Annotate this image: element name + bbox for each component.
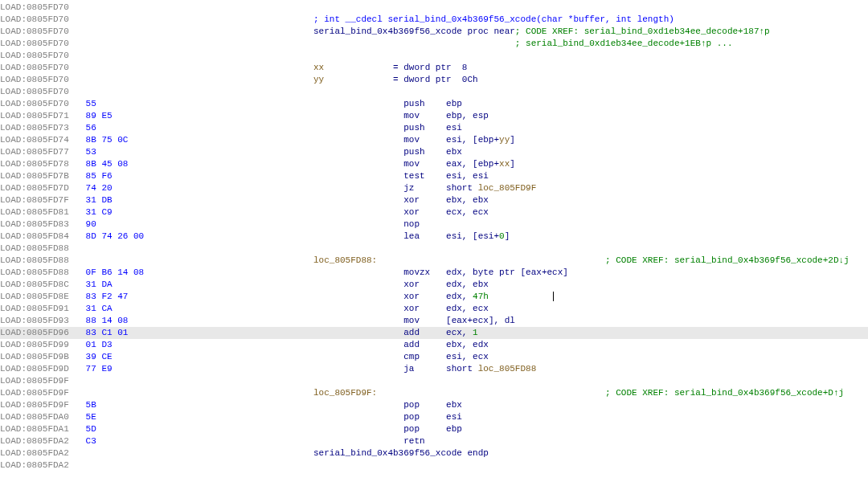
bracket: [ [446, 316, 452, 325]
disassembly-line[interactable]: LOAD:0805FD88 [0, 243, 868, 255]
disassembly-line[interactable]: LOAD:0805FD78 8B 45 08 mov eax, [ebp+xx] [0, 158, 868, 170]
hex-bytes: 89 E5 [80, 110, 313, 122]
disassembly-line[interactable]: LOAD:0805FDA2 C3 retn [0, 435, 868, 447]
disassembly-line[interactable]: LOAD:0805FD81 31 C9 xor ecx, ecx [0, 206, 868, 218]
disassembly-line[interactable]: LOAD:0805FD71 89 E5 mov ebp, esp [0, 110, 868, 122]
disassembly-line[interactable]: LOAD:0805FD91 31 CA xor edx, ecx [0, 303, 868, 315]
disassembly-line[interactable]: LOAD:0805FD70 [0, 2, 868, 14]
register: eax [526, 267, 542, 277]
stack-var-decl: yy [313, 75, 393, 84]
mnemonic: jz [403, 183, 446, 193]
disassembly-line[interactable]: LOAD:0805FD9D 77 E9 ja short loc_805FD88 [0, 363, 868, 375]
disassembly-line[interactable]: LOAD:0805FD70 ; serial_bind_0xd1eb34ee_d… [0, 38, 868, 50]
operands: ebx, edx [446, 340, 489, 349]
disassembly-line[interactable]: LOAD:0805FD7D 74 20 jz short loc_805FD9F [0, 182, 868, 194]
register: ebp [446, 99, 462, 108]
address: LOAD:0805FD70 [0, 2, 80, 14]
line-body: retn [313, 435, 868, 447]
bracket: [ [473, 159, 478, 169]
disassembly-line[interactable]: LOAD:0805FDA0 5E pop esi [0, 411, 868, 423]
proc-header: serial_bind_0x4b369f56_xcode proc near [313, 27, 515, 36]
hex-bytes [80, 38, 313, 50]
disassembly-line[interactable]: LOAD:0805FDA1 5D pop ebp [0, 423, 868, 435]
line-body [313, 375, 868, 387]
address: LOAD:0805FD70 [0, 62, 80, 74]
mnemonic: pop [403, 400, 446, 410]
disassembly-line[interactable]: LOAD:0805FD8C 31 DA xor edx, ebx [0, 279, 868, 291]
disassembly-line[interactable]: LOAD:0805FD70 ; int __cdecl serial_bind_… [0, 14, 868, 26]
hex-bytes: 8B 75 0C [80, 134, 313, 146]
disassembly-line[interactable]: LOAD:0805FD7B 85 F6 test esi, esi [0, 170, 868, 182]
hex-bytes: 8D 74 26 00 [80, 231, 313, 243]
disassembly-line[interactable]: LOAD:0805FD93 88 14 08 mov [eax+ecx], dl [0, 315, 868, 327]
disassembly-line[interactable]: LOAD:0805FDA2 serial_bind_0x4b369f56_xco… [0, 447, 868, 459]
bracket: ] [510, 159, 515, 169]
hex-bytes [80, 243, 313, 255]
line-body: cmp esi, ecx [313, 351, 868, 363]
disassembly-line[interactable]: LOAD:0805FD77 53 push ebx [0, 146, 868, 158]
disassembly-line[interactable]: LOAD:0805FD70 xx = dword ptr 8 [0, 62, 868, 74]
mnemonic: xor [403, 195, 446, 205]
disassembly-line[interactable]: LOAD:0805FD7F 31 DB xor ebx, ebx [0, 194, 868, 206]
hex-bytes [80, 50, 313, 62]
address: LOAD:0805FD7B [0, 170, 80, 182]
disassembly-line[interactable]: LOAD:0805FD96 83 C1 01 add ecx, 1 [0, 327, 868, 339]
disassembly-line[interactable]: LOAD:0805FD73 56 push esi [0, 122, 868, 134]
register: ebp [478, 135, 494, 145]
hex-bytes: 5D [80, 423, 313, 435]
disassembly-line[interactable]: LOAD:0805FD70 yy = dword ptr 0Ch [0, 74, 868, 86]
disassembly-line[interactable]: LOAD:0805FD9F [0, 375, 868, 387]
label-ref: loc_805FD9F [478, 183, 537, 193]
register: edx [446, 292, 462, 301]
indent [313, 424, 403, 434]
disassembly-view[interactable]: LOAD:0805FD70 LOAD:0805FD70 ; int __cdec… [0, 0, 868, 472]
comma: , [462, 159, 473, 169]
disassembly-line[interactable]: LOAD:0805FD70 55 push ebp [0, 98, 868, 110]
disassembly-line[interactable]: LOAD:0805FD99 01 D3 add ebx, edx [0, 339, 868, 351]
address: LOAD:0805FD8C [0, 279, 80, 291]
indent [313, 231, 403, 241]
address: LOAD:0805FD9F [0, 375, 80, 387]
bracket: [ [473, 135, 478, 145]
disassembly-line[interactable]: LOAD:0805FD70 [0, 86, 868, 98]
disassembly-line[interactable]: LOAD:0805FD70 serial_bind_0x4b369f56_xco… [0, 26, 868, 38]
disassembly-line[interactable]: LOAD:0805FD8E 83 F2 47 xor edx, 47h [0, 291, 868, 303]
operands: ebp [446, 424, 462, 434]
register: ecx [473, 207, 489, 217]
disassembly-line[interactable]: LOAD:0805FD88 0F B6 14 08 movzx edx, byt… [0, 267, 868, 279]
disassembly-line[interactable]: LOAD:0805FD84 8D 74 26 00 lea esi, [esi+… [0, 231, 868, 243]
address: LOAD:0805FDA2 [0, 435, 80, 447]
disassembly-line[interactable]: LOAD:0805FD83 90 nop [0, 218, 868, 231]
indent [313, 400, 403, 410]
hex-bytes [80, 375, 313, 387]
indent [313, 195, 403, 205]
disassembly-line[interactable]: LOAD:0805FD74 8B 75 0C mov esi, [ebp+yy] [0, 134, 868, 146]
xref: ; serial_bind_0xd1eb34ee_decode+1EB↑p ..… [515, 39, 733, 48]
line-body: pop esi [313, 411, 868, 423]
hex-bytes: 83 C1 01 [80, 327, 313, 339]
disassembly-line[interactable]: LOAD:0805FD70 [0, 50, 868, 62]
disassembly-line[interactable]: LOAD:0805FD88 loc_805FD88: ; CODE XREF: … [0, 255, 868, 267]
address: LOAD:0805FD77 [0, 146, 80, 158]
operands: esi [446, 123, 462, 133]
line-body: jz short loc_805FD9F [313, 182, 868, 194]
address: LOAD:0805FD88 [0, 243, 80, 255]
var-offset: = dword ptr 0Ch [393, 75, 478, 84]
disassembly-line[interactable]: LOAD:0805FD9F 5B pop ebx [0, 399, 868, 411]
line-body: pop ebp [313, 423, 868, 435]
comma: , [462, 328, 473, 337]
line-body [313, 243, 868, 255]
disassembly-line[interactable]: LOAD:0805FD9F loc_805FD9F: ; CODE XREF: … [0, 387, 868, 399]
mnemonic: add [403, 340, 446, 349]
hex-bytes: 39 CE [80, 351, 313, 363]
address: LOAD:0805FD78 [0, 158, 80, 170]
register: esi [446, 123, 462, 133]
disassembly-line[interactable]: LOAD:0805FD9B 39 CE cmp esi, ecx [0, 351, 868, 363]
mnemonic: nop [403, 219, 446, 229]
register: ecx [446, 207, 462, 217]
comma: , [462, 280, 473, 289]
comma: , [462, 207, 473, 217]
hex-bytes: 85 F6 [80, 170, 313, 182]
disassembly-line[interactable]: LOAD:0805FDA2 [0, 459, 868, 472]
line-body: mov eax, [ebp+xx] [313, 158, 868, 170]
